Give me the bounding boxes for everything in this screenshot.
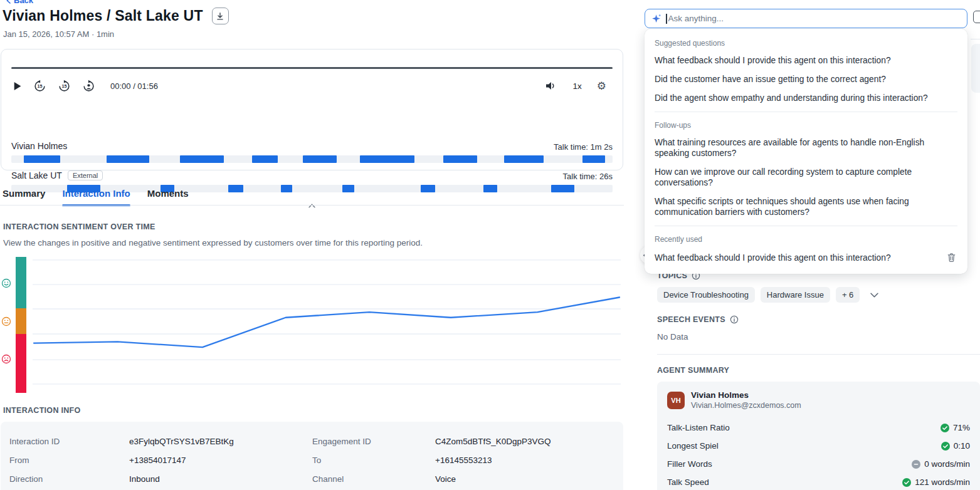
check-circle-icon	[902, 478, 911, 487]
tab-interaction-info[interactable]: Interaction Info	[62, 188, 130, 205]
info-label: Interaction ID	[9, 437, 129, 446]
recent-question[interactable]: What feedback should I provide this agen…	[655, 253, 891, 263]
suggested-question[interactable]: What feedback should I provide this agen…	[655, 55, 957, 66]
sentiment-section-description: View the changes in positive and negativ…	[3, 238, 423, 248]
interaction-info-title: INTERACTION INFO	[3, 406, 81, 415]
suggested-question[interactable]: Did the agent show empathy and understan…	[655, 93, 957, 103]
followup-question[interactable]: What training resources are available fo…	[655, 137, 957, 159]
negative-band	[16, 334, 26, 393]
back-link[interactable]: Back	[6, 0, 33, 5]
ask-input[interactable]	[668, 9, 967, 28]
waveform-track-agent[interactable]	[11, 155, 613, 163]
info-value-engagement-id: C4Zom5dBTfS_K0DgpP3VGQ	[435, 437, 623, 446]
info-label: Engagement ID	[312, 437, 435, 446]
info-icon[interactable]	[730, 315, 739, 324]
interaction-info-card: Interaction ID e3FylqbQTrSYS1vB7EBtKg En…	[1, 422, 623, 490]
sad-face-icon	[1, 354, 11, 364]
ask-suggestions-dropdown: Suggested questions What feedback should…	[645, 29, 967, 274]
panel-divider-fragment	[971, 39, 980, 39]
skip-to-next-speaker-button[interactable]	[81, 78, 97, 94]
check-circle-icon	[941, 442, 950, 451]
player-settings-gear-icon[interactable]: ⚙	[597, 81, 606, 91]
volume-icon	[545, 81, 556, 91]
audio-player: 15 15 00:00 / 01:56	[1, 49, 623, 170]
panel-card-fragment	[971, 44, 980, 93]
followups-label: Follow-ups	[655, 121, 957, 130]
info-label: To	[312, 456, 435, 465]
stat-row: Talk Speed 121 words/min	[667, 473, 970, 490]
download-recording-button[interactable]	[212, 8, 229, 24]
suggested-question[interactable]: Did the customer have an issue getting t…	[655, 74, 957, 85]
delete-recent-button[interactable]	[946, 251, 957, 264]
avatar: VH	[667, 392, 685, 409]
download-icon	[215, 11, 225, 21]
forward-15-button[interactable]: 15	[56, 78, 72, 94]
tab-moments[interactable]: Moments	[147, 188, 189, 205]
info-value-channel: Voice	[435, 474, 623, 484]
topic-chip[interactable]: Hardware Issue	[761, 287, 830, 303]
sentiment-axis	[1, 256, 11, 394]
history-button-fragment[interactable]	[973, 11, 980, 23]
text-caret	[666, 14, 667, 24]
info-label: Direction	[9, 474, 129, 484]
agent-summary-card: VH Vivian Holmes Vivian.Holmes@zcxdemos.…	[657, 382, 980, 490]
trash-icon	[947, 253, 956, 263]
stat-row: Longest Spiel 0:10	[667, 437, 970, 455]
talk-time-customer: Talk time: 26s	[563, 172, 613, 181]
recent-question-row: What feedback should I provide this agen…	[655, 251, 957, 264]
volume-button[interactable]	[544, 80, 557, 92]
interaction-detail-page: Back Vivian Holmes / Salt Lake UT Jan 15…	[0, 0, 980, 490]
agent-summary-title: AGENT SUMMARY	[657, 366, 729, 375]
topics-chips: Device Troubleshooting Hardware Issue + …	[657, 287, 878, 303]
followup-questions-list: What training resources are available fo…	[655, 137, 957, 217]
speech-events-empty: No Data	[657, 332, 688, 341]
ai-sparkle-icon	[651, 14, 661, 24]
stat-row: Filler Words 0 words/min	[667, 455, 970, 473]
panel-divider	[657, 354, 980, 355]
suggested-questions-label: Suggested questions	[655, 39, 957, 48]
topic-chip[interactable]: Device Troubleshooting	[657, 287, 755, 303]
svg-text:15: 15	[62, 84, 67, 89]
stat-label: Filler Words	[667, 459, 712, 469]
stat-value: 71%	[953, 423, 970, 432]
sentiment-section-title: INTERACTION SENTIMENT OVER TIME	[3, 222, 155, 231]
info-value-to: +16145553213	[435, 456, 623, 465]
page-title: Vivian Holmes / Salt Lake UT	[3, 8, 203, 24]
stat-row: Talk-Listen Ratio 71%	[667, 419, 970, 437]
ask-ai-search-box[interactable]	[645, 9, 967, 28]
sentiment-color-scale	[16, 257, 26, 393]
dropdown-divider	[655, 226, 957, 226]
stat-value: 121 words/min	[915, 477, 970, 487]
info-value-from: +13854017147	[129, 456, 312, 465]
agent-email: Vivian.Holmes@zcxdemos.com	[691, 401, 801, 410]
chevron-down-icon[interactable]	[870, 293, 878, 298]
play-button[interactable]	[11, 80, 23, 92]
speech-events-title: SPEECH EVENTS	[657, 315, 725, 324]
topic-chip-more[interactable]: + 6	[836, 287, 860, 303]
followup-question[interactable]: What specific scripts or techniques shou…	[655, 196, 923, 217]
minus-circle-icon	[912, 460, 920, 469]
playback-speed-button[interactable]: 1x	[572, 81, 581, 91]
suggested-questions-list: What feedback should I provide this agen…	[655, 55, 957, 103]
rewind-15-button[interactable]: 15	[32, 78, 48, 94]
forward-15-icon: 15	[58, 80, 71, 93]
agent-stats: Talk-Listen Ratio 71% Longest Spiel 0:10…	[667, 419, 970, 490]
external-badge: External	[68, 170, 103, 180]
skip-speaker-icon	[82, 80, 95, 93]
info-label: From	[9, 456, 129, 465]
stat-label: Talk Speed	[667, 477, 709, 487]
stat-label: Longest Spiel	[667, 441, 719, 451]
positive-band	[16, 257, 26, 308]
stat-label: Talk-Listen Ratio	[667, 423, 730, 432]
stat-value: 0:10	[954, 441, 970, 451]
tab-summary[interactable]: Summary	[3, 188, 45, 205]
happy-face-icon	[1, 278, 11, 288]
sentiment-line-plot	[33, 256, 621, 394]
neutral-face-icon	[1, 316, 11, 326]
seek-bar[interactable]	[11, 67, 613, 69]
check-circle-icon	[940, 424, 949, 432]
sentiment-chart	[0, 256, 624, 394]
followup-question[interactable]: How can we improve our call recording sy…	[655, 167, 925, 188]
interaction-datetime: Jan 15, 2026, 10:57 AM · 1min	[3, 29, 114, 39]
svg-text:15: 15	[38, 84, 43, 89]
